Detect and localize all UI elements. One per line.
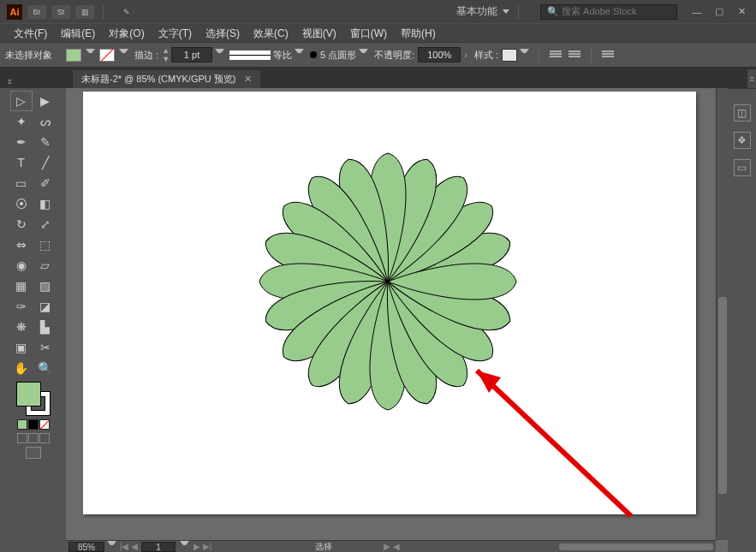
eyedropper-tool[interactable]: ✑ (10, 296, 33, 317)
artboard-tool[interactable]: ▣ (10, 337, 33, 358)
align-icon[interactable] (550, 50, 562, 60)
stroke-swatch[interactable] (99, 49, 115, 62)
menu-type[interactable]: 文字(T) (152, 26, 199, 42)
mesh-tool[interactable]: ▦ (10, 276, 33, 296)
slice-tool[interactable]: ✂ (34, 337, 57, 358)
none-mode-icon[interactable] (39, 419, 50, 430)
status-nav-icon[interactable]: ▶ ◀ (384, 542, 400, 551)
panel-collapse-icon[interactable]: ‹‹ (747, 69, 756, 88)
menu-view[interactable]: 视图(V) (295, 26, 343, 42)
shaper-tool[interactable]: ⦿ (10, 193, 33, 214)
graph-tool[interactable]: ▙ (34, 317, 57, 337)
artboard[interactable] (83, 92, 696, 514)
title-bar: Ai Br St ▥ ✎ 基本功能 🔍 搜索 Adobe Stock — ▢ ✕ (0, 0, 756, 23)
search-input[interactable]: 🔍 搜索 Adobe Stock (540, 4, 677, 20)
transform-icon[interactable] (568, 50, 580, 60)
direct-selection-tool[interactable]: ▶ (34, 91, 57, 111)
document-tab[interactable]: 未标题-2* @ 85% (CMYK/GPU 预览) ✕ (73, 70, 260, 88)
hand-tool[interactable]: ✋ (10, 358, 33, 378)
pen-tool[interactable]: ✒ (10, 132, 33, 152)
stroke-weight-dropdown[interactable] (215, 49, 224, 61)
menu-select[interactable]: 选择(S) (199, 26, 247, 42)
uniform-label: 等比 (273, 49, 292, 62)
tab-close-button[interactable]: ✕ (244, 74, 252, 85)
rectangle-tool[interactable]: ▭ (10, 173, 33, 193)
tools-collapse-icon[interactable]: ›› (5, 79, 15, 85)
fill-dropdown[interactable] (86, 49, 95, 61)
type-tool[interactable]: T (10, 152, 33, 173)
scale-tool[interactable]: ⤢ (34, 214, 57, 234)
line-tool[interactable]: ╱ (34, 152, 57, 173)
graphic-style-swatch[interactable] (502, 49, 517, 62)
vertical-scrollbar[interactable] (716, 88, 728, 540)
menu-help[interactable]: 帮助(H) (394, 26, 443, 42)
fill-swatch[interactable] (66, 49, 81, 62)
minimize-button[interactable]: — (686, 4, 708, 20)
zoom-dropdown[interactable] (107, 541, 116, 553)
workspace-label: 基本功能 (456, 4, 497, 19)
menu-object[interactable]: 对象(O) (102, 26, 151, 42)
draw-normal-icon[interactable] (17, 433, 27, 443)
menu-edit[interactable]: 编辑(E) (54, 26, 102, 42)
scrollbar-thumb[interactable] (559, 543, 713, 550)
menu-window[interactable]: 窗口(W) (343, 26, 394, 42)
next-artboard-button[interactable]: ▶ (192, 542, 202, 551)
style-dropdown[interactable] (520, 49, 529, 61)
fill-stroke-control[interactable] (16, 382, 51, 416)
close-button[interactable]: ✕ (730, 4, 753, 20)
rotate-tool[interactable]: ↻ (10, 214, 33, 234)
last-artboard-button[interactable]: ▶| (202, 542, 212, 551)
control-bar: 未选择对象 描边 : ▲▼ 1 pt 等比 5 点圆形 不透明度: 100% ›… (0, 42, 756, 68)
maximize-button[interactable]: ▢ (708, 4, 730, 20)
magic-wand-tool[interactable]: ✦ (10, 111, 33, 132)
shape-builder-tool[interactable]: ◉ (10, 255, 33, 276)
bridge-icon[interactable]: Br (27, 5, 46, 19)
zoom-tool[interactable]: 🔍 (34, 358, 57, 378)
first-artboard-button[interactable]: |◀ (119, 542, 129, 551)
cloud-sync-icon[interactable]: ✎ (117, 5, 136, 19)
prev-artboard-button[interactable]: ◀ (129, 542, 140, 551)
free-transform-tool[interactable]: ⬚ (34, 234, 57, 255)
status-mode: 选择 (315, 541, 332, 553)
arrange-icon[interactable]: ▥ (75, 5, 94, 19)
paintbrush-tool[interactable]: ✐ (34, 173, 57, 193)
blend-tool[interactable]: ◪ (34, 296, 57, 317)
draw-behind-icon[interactable] (28, 433, 39, 443)
panel-menu-icon[interactable] (602, 50, 614, 60)
symbol-sprayer-tool[interactable]: ❋ (10, 317, 33, 337)
screen-mode-icon[interactable] (26, 447, 41, 459)
workspace-switcher[interactable]: 基本功能 (456, 4, 509, 19)
canvas[interactable]: 85% |◀ ◀ 1 ▶ ▶| 选择 ▶ ◀ (66, 88, 728, 552)
menu-effect[interactable]: 效果(C) (247, 26, 295, 42)
selection-status: 未选择对象 (5, 49, 52, 62)
artboard-number-input[interactable]: 1 (141, 542, 176, 552)
profile-dropdown[interactable] (359, 49, 368, 61)
selection-tool[interactable]: ▷ (10, 91, 33, 111)
menu-file[interactable]: 文件(F) (7, 26, 54, 42)
opacity-link-icon[interactable]: › (464, 50, 467, 60)
scrollbar-thumb[interactable] (718, 297, 727, 494)
perspective-tool[interactable]: ▱ (34, 255, 57, 276)
screen-mode-row (25, 447, 42, 459)
width-tool[interactable]: ⇔ (10, 234, 33, 255)
stroke-weight-input[interactable]: 1 pt (171, 47, 212, 62)
color-mode-icon[interactable] (17, 419, 27, 430)
artboard-dropdown[interactable] (180, 541, 189, 553)
stroke-style-dropdown[interactable] (295, 49, 304, 61)
properties-panel-icon[interactable]: ◫ (734, 104, 751, 122)
eraser-tool[interactable]: ◧ (34, 193, 57, 214)
curvature-tool[interactable]: ✎ (34, 132, 57, 152)
gradient-tool[interactable]: ▨ (34, 276, 57, 296)
libraries-panel-icon[interactable]: ▭ (734, 159, 751, 176)
draw-inside-icon[interactable] (39, 433, 50, 443)
stock-icon[interactable]: St (51, 5, 70, 19)
zoom-input[interactable]: 85% (68, 542, 104, 552)
stroke-dropdown[interactable] (119, 49, 128, 61)
layers-panel-icon[interactable]: ❖ (734, 132, 751, 149)
stroke-preview[interactable] (229, 50, 271, 60)
lasso-tool[interactable]: ᔕ (34, 111, 57, 132)
gradient-mode-icon[interactable] (28, 419, 39, 430)
fill-box[interactable] (16, 382, 41, 407)
stroke-stepper[interactable]: ▲▼ (162, 46, 170, 63)
opacity-input[interactable]: 100% (418, 47, 461, 62)
